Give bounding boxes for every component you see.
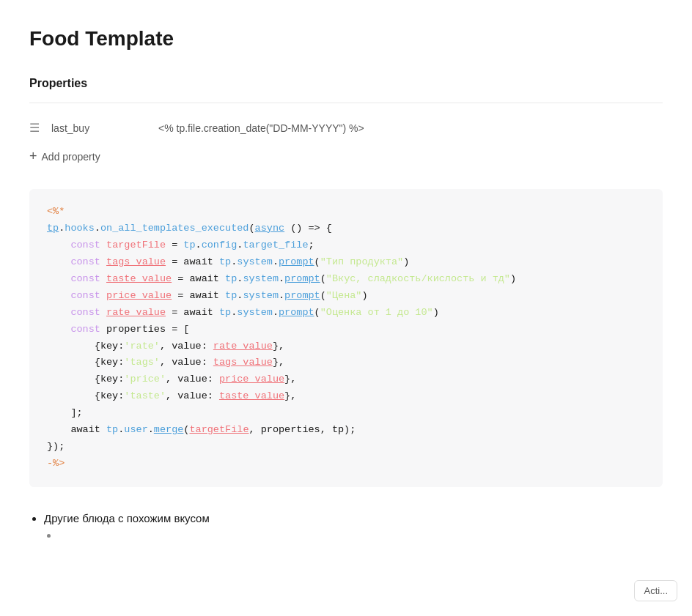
properties-section-title: Properties [29,75,663,92]
code-line-3: const targetFile = tp.config.target_file… [47,237,645,254]
code-line-5: const taste_value = await tp.system.prom… [47,271,645,288]
code-line-12: {key:'taste', value: taste_value}, [47,388,645,405]
code-line-9: {key:'rate', value: rate_value}, [47,338,645,355]
code-line-10: {key:'tags', value: tags_value}, [47,355,645,371]
code-line-1: <%* [47,204,645,220]
bullet-list: Другие блюда с похожим вкусом [44,508,663,546]
code-line-2: tp.hooks.on_all_templates_executed(async… [47,220,645,237]
code-line-11: {key:'price', value: price_value}, [47,371,645,388]
add-property-label: Add property [42,151,100,163]
code-line-8: const properties = [ [47,322,645,338]
bullet-item-text-1: Другие блюда с похожим вкусом [44,512,210,524]
drag-icon[interactable]: ☰ [29,119,40,137]
code-line-6: const price_value = await tp.system.prom… [47,288,645,305]
properties-section: Properties ☰ last_buy <% tp.file.creatio… [29,75,663,168]
code-line-4: const tags_value = await tp.system.promp… [47,254,645,271]
bullet-item-1: Другие блюда с похожим вкусом [44,508,663,546]
add-property-button[interactable]: + Add property [29,144,100,168]
code-block: <%* tp.hooks.on_all_templates_executed(a… [29,189,663,487]
code-line-15: }); [47,439,645,456]
property-name: last_buy [51,121,147,136]
action-button-label: Acti... [644,585,668,596]
plus-icon: + [29,149,37,164]
code-line-7: const rate_value = await tp.system.promp… [47,305,645,322]
code-line-14: await tp.user.merge(targetFile, properti… [47,422,645,439]
page-title: Food Template [29,23,663,54]
property-row: ☰ last_buy <% tp.file.creation_date("DD-… [29,115,663,141]
code-line-16: -%> [47,456,645,472]
property-value: <% tp.file.creation_date("DD-MM-YYYY") %… [158,121,364,136]
bullet-sub-list [59,527,663,544]
bullet-sub-item [59,527,663,544]
page-container: Food Template Properties ☰ last_buy <% t… [0,0,692,616]
divider [29,103,663,103]
action-button[interactable]: Acti... [634,580,677,601]
code-line-13: ]; [47,405,645,422]
